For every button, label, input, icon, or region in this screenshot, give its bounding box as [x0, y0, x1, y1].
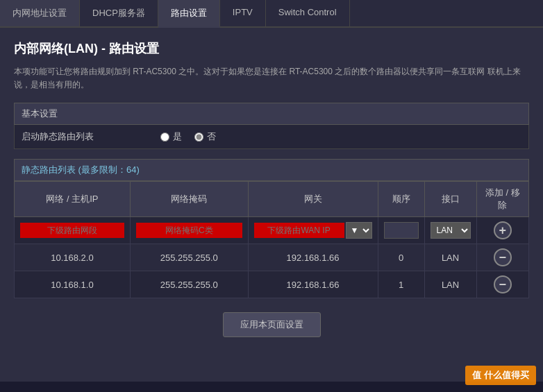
row1-gateway: 192.168.1.66 — [248, 244, 378, 271]
input-cell-iface[interactable]: LAN WAN — [424, 217, 476, 244]
remove-route-button-2[interactable]: − — [494, 275, 512, 293]
static-table-limit: 64 — [126, 164, 136, 175]
order-input[interactable] — [384, 222, 419, 239]
radio-yes[interactable] — [160, 133, 169, 142]
input-cell-netmask[interactable] — [130, 217, 248, 244]
table-header-row: 网络 / 主机IP 网络掩码 网关 顺序 接口 添加 / 移除 — [15, 182, 529, 217]
col-add-remove: 添加 / 移除 — [476, 182, 528, 217]
radio-no-option[interactable]: 否 — [194, 130, 216, 143]
main-content: 内部网络(LAN) - 路由设置 本项功能可让您将路由规则加到 RT-AC530… — [0, 28, 543, 382]
netmask-input[interactable] — [136, 223, 242, 238]
tab-dhcp[interactable]: DHCP服务器 — [80, 0, 158, 26]
row1-remove[interactable]: − — [476, 244, 528, 271]
gateway-type-select[interactable]: ▼ — [346, 222, 372, 239]
row1-network-ip: 10.168.2.0 — [15, 244, 131, 271]
col-order: 顺序 — [378, 182, 424, 217]
row2-gateway: 192.168.1.66 — [248, 271, 378, 298]
row1-iface: LAN — [424, 244, 476, 271]
input-row: ▼ LAN WAN + — [15, 217, 529, 244]
add-route-button[interactable]: + — [494, 221, 512, 239]
tab-routing[interactable]: 路由设置 — [158, 0, 220, 28]
table-row: 10.168.2.0 255.255.255.0 192.168.1.66 0 … — [15, 244, 529, 271]
row2-order: 1 — [378, 271, 424, 298]
description: 本项功能可让您将路由规则加到 RT-AC5300 之中。这对于如果您是连接在 R… — [14, 65, 529, 92]
static-routing-table: 网络 / 主机IP 网络掩码 网关 顺序 接口 添加 / 移除 — [14, 181, 529, 298]
static-table-header-label: 静态路由列表 (最多限制： — [22, 164, 126, 175]
table-row: 10.168.1.0 255.255.255.0 192.168.1.66 1 … — [15, 271, 529, 298]
static-routing-label: 启动静态路由列表 — [22, 130, 160, 143]
row1-order: 0 — [378, 244, 424, 271]
radio-no-label: 否 — [207, 130, 216, 143]
input-cell-order[interactable] — [378, 217, 424, 244]
static-table-header: 静态路由列表 (最多限制：64) — [14, 159, 529, 181]
input-cell-add[interactable]: + — [476, 217, 528, 244]
row2-remove[interactable]: − — [476, 271, 528, 298]
tab-bar: 内网地址设置 DHCP服务器 路由设置 IPTV Switch Control — [0, 0, 543, 28]
col-iface: 接口 — [424, 182, 476, 217]
row2-iface: LAN — [424, 271, 476, 298]
remove-route-button-1[interactable]: − — [494, 248, 512, 266]
row2-network-ip: 10.168.1.0 — [15, 271, 131, 298]
gateway-input[interactable] — [254, 223, 344, 238]
static-routing-enable-row: 启动静态路由列表 是 否 — [14, 125, 529, 149]
apply-button[interactable]: 应用本页面设置 — [223, 312, 321, 337]
input-cell-gateway[interactable]: ▼ — [248, 217, 378, 244]
radio-yes-option[interactable]: 是 — [160, 130, 182, 143]
static-table-suffix: ) — [136, 164, 139, 175]
row1-netmask: 255.255.255.0 — [130, 244, 248, 271]
radio-no[interactable] — [194, 133, 203, 142]
radio-group-enable: 是 否 — [160, 130, 216, 143]
page-title: 内部网络(LAN) - 路由设置 — [14, 40, 529, 57]
apply-row: 应用本页面设置 — [14, 312, 529, 337]
col-network-ip: 网络 / 主机IP — [15, 182, 131, 217]
col-gateway: 网关 — [248, 182, 378, 217]
tab-lan-ip[interactable]: 内网地址设置 — [0, 0, 80, 26]
tab-iptv[interactable]: IPTV — [220, 0, 266, 26]
network-ip-input[interactable] — [20, 223, 124, 238]
input-cell-network[interactable] — [15, 217, 131, 244]
radio-yes-label: 是 — [173, 130, 182, 143]
basic-settings-header: 基本设置 — [14, 103, 529, 125]
watermark: 值 什么值得买 — [465, 366, 536, 385]
tab-switch-control[interactable]: Switch Control — [266, 0, 350, 26]
col-netmask: 网络掩码 — [130, 182, 248, 217]
iface-select[interactable]: LAN WAN — [431, 222, 471, 239]
row2-netmask: 255.255.255.0 — [130, 271, 248, 298]
